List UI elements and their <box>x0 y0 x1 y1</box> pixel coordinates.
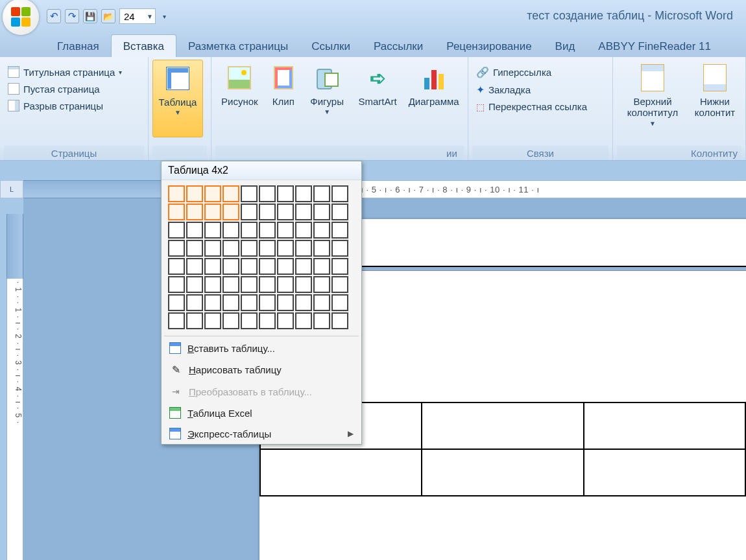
table-grid-cell[interactable] <box>168 185 185 202</box>
office-button[interactable] <box>3 0 39 35</box>
hyperlink-button[interactable]: 🔗 Гиперссылка <box>472 64 591 80</box>
table-grid-cell[interactable] <box>186 204 203 220</box>
table-grid-cell[interactable] <box>204 294 221 311</box>
ruler-corner[interactable]: L <box>0 180 23 198</box>
cover-page-button[interactable]: Титульная страница ▾ <box>4 64 126 80</box>
table-grid-picker[interactable] <box>168 185 355 329</box>
table-grid-cell[interactable] <box>259 258 276 275</box>
table-grid-cell[interactable] <box>331 204 348 220</box>
table-grid-cell[interactable] <box>313 222 330 239</box>
table-grid-cell[interactable] <box>313 276 330 293</box>
table-grid-cell[interactable] <box>223 185 239 202</box>
table-grid-cell[interactable] <box>259 204 276 220</box>
qat-customize-button[interactable]: ▾ <box>160 9 169 23</box>
table-row[interactable] <box>260 449 745 496</box>
table-grid-cell[interactable] <box>241 312 258 329</box>
table-grid-cell[interactable] <box>168 240 185 257</box>
tab-page-layout[interactable]: Разметка страницы <box>176 35 300 57</box>
table-grid-cell[interactable] <box>168 222 185 239</box>
table-grid-cell[interactable] <box>241 258 258 275</box>
redo-button[interactable]: ↷ <box>65 9 79 23</box>
table-grid-cell[interactable] <box>259 185 276 202</box>
table-grid-cell[interactable] <box>223 258 239 275</box>
table-grid-cell[interactable] <box>277 312 294 329</box>
table-grid-cell[interactable] <box>168 294 185 311</box>
table-grid-cell[interactable] <box>168 204 185 220</box>
table-grid-cell[interactable] <box>186 240 203 257</box>
table-grid-cell[interactable] <box>186 294 203 311</box>
table-grid-cell[interactable] <box>204 240 221 257</box>
smartart-button[interactable]: ➪ SmartArt <box>352 60 404 137</box>
clipart-button[interactable]: Клип <box>264 60 303 137</box>
table-grid-cell[interactable] <box>204 222 221 239</box>
horizontal-ruler[interactable]: ▾ · 1 · ı · 2 · ı · 3 · ı · 4 · ı · 5 · … <box>23 180 746 198</box>
table-grid-cell[interactable] <box>223 240 239 257</box>
table-grid-cell[interactable] <box>295 240 312 257</box>
table-grid-cell[interactable] <box>331 312 348 329</box>
tab-review[interactable]: Рецензирование <box>435 35 543 57</box>
picture-button[interactable]: Рисунок <box>215 60 264 137</box>
table-grid-cell[interactable] <box>204 185 221 202</box>
header-button[interactable]: Верхний колонтитул ▼ <box>617 60 688 137</box>
table-grid-cell[interactable] <box>295 294 312 311</box>
table-grid-cell[interactable] <box>204 276 221 293</box>
table-grid-cell[interactable] <box>331 294 348 311</box>
tab-home[interactable]: Главная <box>45 35 111 57</box>
table-grid-cell[interactable] <box>186 258 203 275</box>
font-size-combo[interactable]: 24 ▼ <box>119 8 156 24</box>
table-grid-cell[interactable] <box>223 312 239 329</box>
table-grid-cell[interactable] <box>204 258 221 275</box>
table-grid-cell[interactable] <box>313 240 330 257</box>
quick-tables-item[interactable]: Экспресс-таблицы ▶ <box>162 423 361 444</box>
table-grid-cell[interactable] <box>295 312 312 329</box>
table-grid-cell[interactable] <box>223 204 239 220</box>
table-grid-cell[interactable] <box>223 294 239 311</box>
page-break-button[interactable]: Разрыв страницы <box>4 98 126 113</box>
table-grid-cell[interactable] <box>186 185 203 202</box>
table-grid-cell[interactable] <box>241 185 258 202</box>
table-grid-cell[interactable] <box>313 312 330 329</box>
table-grid-cell[interactable] <box>331 258 348 275</box>
bookmark-button[interactable]: ✦ Закладка <box>472 82 591 98</box>
table-grid-cell[interactable] <box>223 276 239 293</box>
table-grid-cell[interactable] <box>331 222 348 239</box>
table-grid-cell[interactable] <box>168 312 185 329</box>
shapes-button[interactable]: Фигуры ▼ <box>303 60 352 137</box>
open-button[interactable]: 📂 <box>101 9 115 23</box>
table-grid-cell[interactable] <box>277 204 294 220</box>
table-grid-cell[interactable] <box>313 258 330 275</box>
table-grid-cell[interactable] <box>295 204 312 220</box>
table-grid-cell[interactable] <box>241 294 258 311</box>
table-grid-cell[interactable] <box>204 312 221 329</box>
table-grid-cell[interactable] <box>259 276 276 293</box>
tab-view[interactable]: Вид <box>544 35 587 57</box>
table-grid-cell[interactable] <box>259 294 276 311</box>
table-grid-cell[interactable] <box>259 312 276 329</box>
table-grid-cell[interactable] <box>223 222 239 239</box>
tab-abbyy[interactable]: ABBYY FineReader 11 <box>586 35 723 57</box>
table-grid-cell[interactable] <box>186 276 203 293</box>
table-grid-cell[interactable] <box>186 222 203 239</box>
table-grid-cell[interactable] <box>331 276 348 293</box>
tab-references[interactable]: Ссылки <box>300 35 362 57</box>
save-button[interactable]: 💾 <box>83 9 97 23</box>
blank-page-button[interactable]: Пустая страница <box>4 81 126 97</box>
table-grid-cell[interactable] <box>277 276 294 293</box>
table-grid-cell[interactable] <box>168 258 185 275</box>
table-grid-cell[interactable] <box>168 276 185 293</box>
table-grid-cell[interactable] <box>295 258 312 275</box>
table-grid-cell[interactable] <box>277 258 294 275</box>
undo-button[interactable]: ↶ <box>47 9 61 23</box>
table-grid-cell[interactable] <box>313 204 330 220</box>
table-grid-cell[interactable] <box>241 204 258 220</box>
table-grid-cell[interactable] <box>313 185 330 202</box>
table-button[interactable]: Таблица ▼ <box>152 60 203 137</box>
insert-table-item[interactable]: Вставить таблицу... <box>162 338 361 358</box>
table-grid-cell[interactable] <box>186 312 203 329</box>
table-grid-cell[interactable] <box>277 185 294 202</box>
table-grid-cell[interactable] <box>241 222 258 239</box>
table-grid-cell[interactable] <box>277 222 294 239</box>
table-grid-cell[interactable] <box>295 222 312 239</box>
table-grid-cell[interactable] <box>259 240 276 257</box>
excel-table-item[interactable]: Таблица Excel <box>162 402 361 423</box>
